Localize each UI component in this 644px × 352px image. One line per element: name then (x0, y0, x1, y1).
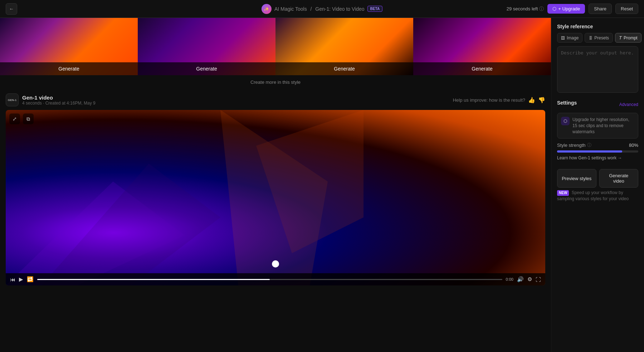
back-icon: ← (9, 6, 14, 11)
header-left: ← (6, 3, 17, 15)
thumbnail-2[interactable]: Generate (138, 18, 275, 75)
tab-presets[interactable]: 🎛 Presets (585, 33, 613, 43)
reset-button[interactable]: Reset (615, 4, 638, 14)
video-top-controls: ⤢ ⧉ (9, 114, 34, 124)
share-button[interactable]: Share (589, 4, 612, 14)
copy-icon[interactable]: ⧉ (23, 114, 34, 124)
generate-video-button[interactable]: Generate video (599, 169, 639, 188)
generate-overlay-3: Generate (275, 62, 413, 75)
video-scrubber-dot[interactable] (272, 260, 279, 267)
prompt-textarea[interactable] (557, 46, 638, 93)
progress-fill (37, 279, 270, 280)
skip-back-icon[interactable]: ⏮ (10, 276, 15, 283)
video-player: ⤢ ⧉ ⏮ ▶ 🔁 0:00 🔊 ⚙ (6, 110, 545, 285)
settings-section: Settings Advanced ⬡ Upgrade for higher r… (557, 100, 638, 160)
video-title: Gen-1 video (22, 95, 96, 101)
timer-display: 29 seconds left ⓘ (507, 6, 544, 12)
right-sidebar: Style reference 🖼 Image 🎛 Presets T Prom… (551, 18, 644, 352)
preview-styles-button[interactable]: Preview styles (557, 169, 596, 188)
volume-icon[interactable]: 🔊 (517, 276, 524, 283)
header-right: 29 seconds left ⓘ ⬡ + Upgrade Share Rese… (507, 4, 638, 14)
tab-prompt[interactable]: T Prompt (615, 33, 641, 43)
image-tab-icon: 🖼 (561, 36, 565, 40)
video-section: GEN-1 Gen-1 video 4 seconds · Created at… (0, 89, 551, 285)
time-display: 0:00 (506, 277, 513, 281)
video-subtitle: 4 seconds · Created at 4:16PM, May 9 (22, 101, 96, 106)
style-strength-value: 80% (629, 143, 638, 148)
slider-fill (557, 150, 622, 153)
upgrade-button[interactable]: ⬡ + Upgrade (547, 4, 585, 14)
tab-image[interactable]: 🖼 Image (557, 33, 582, 43)
presets-tab-icon: 🎛 (589, 36, 592, 40)
video-meta: GEN-1 Gen-1 video 4 seconds · Created at… (6, 89, 545, 110)
main-content: Generate Generate Generate Generate (0, 18, 644, 352)
video-frame-decoration (6, 110, 545, 285)
generate-overlay-2: Generate (138, 62, 275, 75)
workflow-hint: NEW Speed up your workflow by sampling v… (557, 190, 638, 202)
create-more-link[interactable]: Create more in this style (0, 75, 551, 89)
app-logo: ✨ (262, 4, 272, 14)
prompt-tab-icon: T (619, 35, 622, 40)
loop-icon[interactable]: 🔁 (27, 276, 34, 283)
thumbdown-icon[interactable]: 👎 (538, 97, 545, 103)
play-icon[interactable]: ▶ (19, 276, 23, 283)
video-feedback: Help us improve: how is the result? 👍 👎 (453, 97, 545, 103)
resize-icon[interactable]: ⤢ (9, 114, 20, 124)
info-icon: ⓘ (539, 6, 544, 12)
thumbnail-4[interactable]: Generate (413, 18, 551, 75)
upgrade-icon: ⬡ (552, 6, 556, 11)
new-badge: NEW (557, 190, 569, 196)
thumbnail-3[interactable]: Generate (275, 18, 413, 75)
style-strength-slider[interactable] (557, 150, 638, 153)
gen1-logo: GEN-1 (6, 93, 19, 106)
advanced-link[interactable]: Advanced (619, 102, 638, 107)
settings-header: Settings Advanced (557, 100, 638, 109)
upgrade-notice: ⬡ Upgrade for higher resolution, 15 sec … (557, 113, 638, 139)
header-center: ✨ AI Magic Tools / Gen-1: Video to Video… (262, 4, 382, 14)
style-reference-title: Style reference (557, 24, 638, 29)
style-reference-section: Style reference 🖼 Image 🎛 Presets T Prom… (557, 24, 638, 94)
video-controls-bar: ⏮ ▶ 🔁 0:00 🔊 ⚙ ⛶ (6, 273, 545, 285)
thumbnail-grid: Generate Generate Generate Generate (0, 18, 551, 75)
progress-bar[interactable] (37, 279, 502, 280)
video-meta-left: GEN-1 Gen-1 video 4 seconds · Created at… (6, 93, 96, 106)
settings-icon[interactable]: ⚙ (527, 276, 532, 283)
action-buttons-section: Preview styles Generate video NEW Speed … (557, 166, 638, 202)
generate-overlay-4: Generate (413, 62, 551, 75)
thumbnail-1[interactable]: Generate (0, 18, 138, 75)
thumbup-icon[interactable]: 👍 (528, 97, 535, 103)
style-strength-row: Style strength ⓘ 80% (557, 142, 638, 148)
center-area: Generate Generate Generate Generate (0, 18, 551, 352)
header: ← ✨ AI Magic Tools / Gen-1: Video to Vid… (0, 0, 644, 18)
beta-badge: BETA (367, 6, 382, 12)
generate-overlay-1: Generate (0, 62, 138, 75)
style-strength-label: Style strength ⓘ (557, 142, 591, 148)
strength-info-icon: ⓘ (587, 142, 591, 148)
upgrade-notice-icon: ⬡ (561, 117, 570, 125)
upgrade-notice-text: Upgrade for higher resolution, 15 sec cl… (572, 117, 634, 135)
learn-link[interactable]: Learn how Gen-1 settings work → (557, 155, 638, 160)
video-info: Gen-1 video 4 seconds · Created at 4:16P… (22, 95, 96, 106)
back-button[interactable]: ← (6, 3, 17, 15)
settings-title: Settings (557, 100, 577, 106)
action-buttons: Preview styles Generate video (557, 169, 638, 188)
fullscreen-icon[interactable]: ⛶ (536, 276, 541, 283)
svg-marker-1 (42, 164, 220, 285)
style-reference-tabs: 🖼 Image 🎛 Presets T Prompt (557, 33, 638, 43)
header-title: AI Magic Tools / Gen-1: Video to Video (274, 6, 365, 12)
